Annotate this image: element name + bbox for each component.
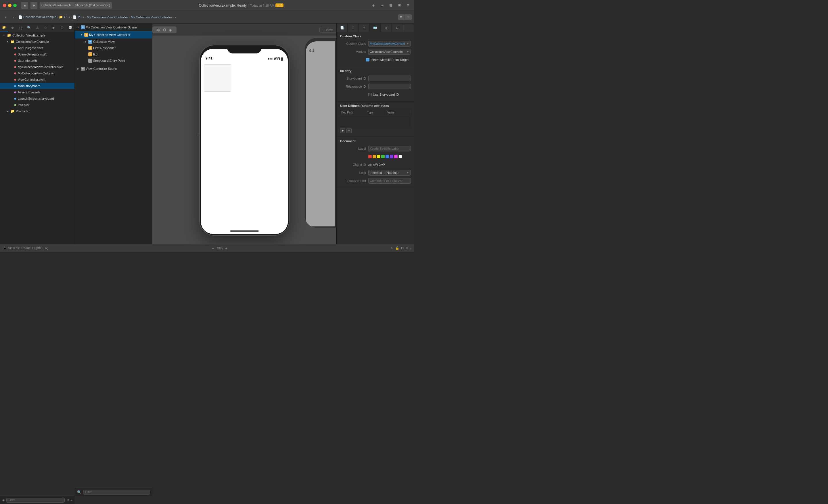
fit-view-icon[interactable]: ⊡ bbox=[401, 246, 404, 250]
lock-select[interactable]: Inherited – (Nothing) ▼ bbox=[368, 170, 411, 176]
module-value[interactable]: CollectionViewExample ▼ bbox=[368, 49, 411, 55]
play-button[interactable]: ▶ bbox=[31, 2, 37, 9]
file-mycollectionvc[interactable]: ● MyCollectionViewController.swift bbox=[0, 64, 75, 70]
breadcrumb-group[interactable]: 📁 C...› bbox=[59, 15, 70, 19]
forward-nav-button[interactable]: › bbox=[10, 14, 17, 20]
report-tab[interactable]: 💬 bbox=[66, 24, 75, 32]
issue-tab[interactable]: ⚠ bbox=[33, 24, 41, 32]
swatch-yellow[interactable] bbox=[377, 155, 380, 158]
inspector-toggle[interactable]: ⊟ bbox=[405, 2, 411, 9]
label-input[interactable] bbox=[368, 146, 411, 151]
add-attr-button[interactable]: + bbox=[340, 128, 345, 133]
value-col: Value bbox=[386, 111, 411, 114]
file-infoplist[interactable]: ● Info.plist bbox=[0, 102, 75, 108]
history-tab[interactable]: ⏱ bbox=[347, 24, 359, 32]
symbol-tab[interactable]: { } bbox=[17, 24, 25, 32]
file-scenedelegate[interactable]: ● SceneDelegate.swift bbox=[0, 51, 75, 57]
swatch-magenta[interactable] bbox=[394, 155, 398, 158]
test-tab[interactable]: ◇ bbox=[41, 24, 50, 32]
class-value[interactable]: MyCollectionViewControl ▼ bbox=[368, 41, 411, 47]
connections-inspector-tab[interactable]: → bbox=[403, 24, 414, 32]
xcassets-file-icon: ● bbox=[14, 90, 17, 95]
breadcrumb-next[interactable]: › bbox=[175, 15, 176, 19]
identity-inspector-tab[interactable]: 🪪 bbox=[370, 24, 381, 32]
swatch-purple[interactable] bbox=[390, 155, 393, 158]
label-row: Label bbox=[340, 145, 411, 152]
project-root[interactable]: ▼ 📁 CollectionViewExample bbox=[0, 32, 75, 39]
size-inspector-tab[interactable]: ⊡ bbox=[392, 24, 403, 32]
scene1-root[interactable]: ▼ ⊞ My Collection View Controller Scene bbox=[75, 24, 152, 31]
dropdown-arrow: ▼ bbox=[407, 42, 409, 45]
swatch-red[interactable] bbox=[368, 155, 372, 158]
file-launchscreen[interactable]: ● LaunchScreen.storyboard bbox=[0, 95, 75, 102]
remove-attr-button[interactable]: − bbox=[346, 128, 351, 133]
close-button[interactable] bbox=[3, 4, 6, 7]
add-button[interactable]: + bbox=[370, 2, 377, 9]
storyboard-entry-item[interactable]: → Storyboard Entry Point bbox=[75, 57, 152, 64]
breadcrumb-file[interactable]: 📄 M...› bbox=[73, 15, 84, 19]
use-storyboard-id-checkbox[interactable]: Use Storyboard ID bbox=[368, 93, 399, 96]
minimize-button[interactable] bbox=[8, 4, 11, 7]
share-icon[interactable]: ↑ bbox=[410, 246, 411, 250]
layout-icon[interactable]: ⊞ bbox=[405, 246, 408, 250]
list-view-btn[interactable]: ≡ bbox=[398, 14, 405, 20]
scene1-controller[interactable]: ▼ ⊕ My Collection View Controller bbox=[75, 31, 152, 39]
refresh-icon[interactable]: ↻ bbox=[391, 246, 394, 250]
breakpoint-tab[interactable]: ⬡ bbox=[58, 24, 66, 32]
storyboard-file-icon-2: ● bbox=[14, 96, 17, 101]
group-root[interactable]: ▼ 📁 CollectionViewExample bbox=[0, 39, 75, 45]
grid-view-btn[interactable]: ⊞ bbox=[405, 14, 412, 20]
canvas-icon-2[interactable]: ⚙ bbox=[163, 28, 166, 32]
add-remove-row: + − bbox=[340, 127, 411, 134]
plist-file-icon: ● bbox=[14, 103, 17, 107]
breadcrumb-scene[interactable]: My Collection View Controller bbox=[87, 15, 128, 19]
lock-view-icon[interactable]: 🔒 bbox=[395, 246, 399, 250]
back-nav-button[interactable]: ‹ bbox=[2, 14, 9, 20]
first-responder-item[interactable]: ⊕ First Responder bbox=[75, 45, 152, 51]
scheme-button[interactable]: CollectionViewExample › iPhone SE (2nd g… bbox=[40, 2, 112, 9]
collection-view-item[interactable]: ▶ ⊞ Collection View bbox=[75, 39, 152, 45]
restoration-id-label: Restoration ID bbox=[340, 85, 366, 88]
breadcrumb-item[interactable]: My Collection View Controller bbox=[131, 15, 172, 19]
localizer-hint-input[interactable] bbox=[368, 178, 411, 184]
file-mycvcell[interactable]: ● MyCollectionViewCell.swift bbox=[0, 70, 75, 77]
source-control-tab[interactable]: ⊕ bbox=[8, 24, 17, 32]
exit-item[interactable]: → Exit bbox=[75, 51, 152, 57]
inherit-module-checkbox[interactable]: ✓ Inherit Module From Target bbox=[366, 58, 409, 61]
canvas-toolbar: ⊕ ⚙ ◈ + View bbox=[152, 24, 336, 36]
canvas-icon-3[interactable]: ◈ bbox=[169, 28, 172, 32]
stop-button[interactable]: ■ bbox=[21, 2, 28, 9]
zoom-out-btn[interactable]: − bbox=[212, 246, 214, 250]
attributes-inspector-tab[interactable]: ≡ bbox=[381, 24, 392, 32]
canvas-icon-1[interactable]: ⊕ bbox=[157, 28, 160, 32]
file-userinfo[interactable]: ● UserInfo.swift bbox=[0, 57, 75, 64]
storyboard-id-input[interactable] bbox=[368, 76, 411, 81]
file-navigator-tab[interactable]: 📁 bbox=[0, 24, 8, 32]
add-view-btn[interactable]: + View bbox=[320, 27, 336, 33]
swatch-green[interactable] bbox=[381, 155, 385, 158]
find-tab[interactable]: 🔍 bbox=[25, 24, 33, 32]
zoom-in-btn[interactable]: + bbox=[225, 246, 227, 250]
file-inspector-tab[interactable]: 📄 bbox=[337, 24, 347, 32]
fullscreen-button[interactable] bbox=[13, 4, 17, 7]
warning-badge[interactable]: ⚠ 2 bbox=[276, 3, 283, 7]
file-appdelegate[interactable]: ● AppDelegate.swift bbox=[0, 45, 75, 51]
swatch-blue[interactable] bbox=[385, 155, 389, 158]
nav-tabs: 📁 ⊕ { } 🔍 ⚠ ◇ ▶ ⬡ 💬 bbox=[0, 24, 75, 32]
breadcrumb-project[interactable]: 📄 CollectionViewExample bbox=[18, 15, 56, 19]
help-tab[interactable]: ? bbox=[359, 24, 370, 32]
traffic-lights[interactable] bbox=[3, 4, 17, 7]
file-assets[interactable]: ● Assets.xcassets bbox=[0, 89, 75, 95]
swatch-none[interactable] bbox=[399, 155, 402, 158]
file-viewcontroller[interactable]: ● ViewController.swift bbox=[0, 77, 75, 83]
navigator-toggle[interactable]: ▦ bbox=[387, 2, 394, 9]
products-group[interactable]: ▶ 📁 Products bbox=[0, 108, 75, 114]
scene2-root[interactable]: ▶ ⊞ View Controller Scene bbox=[75, 65, 152, 73]
file-mainstoryboard[interactable]: ● Main.storyboard bbox=[0, 83, 75, 89]
layout-toggle[interactable]: ⊞ bbox=[396, 2, 403, 9]
debug-tab[interactable]: ▶ bbox=[50, 24, 58, 32]
restoration-id-input[interactable] bbox=[368, 84, 411, 89]
jump-button[interactable]: ⇥ bbox=[379, 2, 385, 9]
swatch-orange[interactable] bbox=[373, 155, 376, 158]
custom-class-title: Custom Class bbox=[340, 35, 411, 38]
